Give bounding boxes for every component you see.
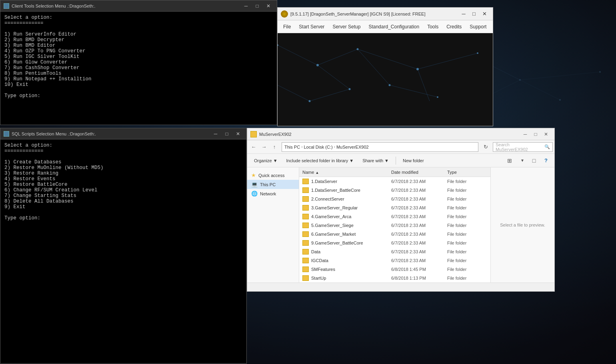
svg-point-33: [316, 64, 319, 66]
col-header-type[interactable]: Type: [447, 170, 487, 175]
new-folder-button[interactable]: New folder: [399, 157, 428, 165]
cmd-bottom-maximize[interactable]: □: [222, 130, 232, 138]
file-row[interactable]: Data6/7/2018 2:33 AMFile folder: [299, 247, 490, 256]
cmd-top-maximize[interactable]: □: [252, 2, 262, 10]
search-box[interactable]: Search MuServerEX902 🔍: [493, 142, 553, 152]
nav-forward[interactable]: →: [259, 142, 269, 152]
svg-point-15: [559, 99, 561, 101]
folder-icon: [302, 223, 309, 228]
file-type: File folder: [447, 179, 487, 184]
file-row[interactable]: 4.GameServer_Arca6/7/2018 2:33 AMFile fo…: [299, 212, 490, 221]
cmd-top-window: Client Tools Selection Menu .:DragonSeth…: [0, 0, 277, 125]
folder-icon: [302, 205, 309, 211]
sm-minimize[interactable]: ─: [458, 10, 469, 18]
svg-point-39: [437, 96, 438, 98]
file-type: File folder: [447, 249, 487, 254]
fe-title: MuServerEX902: [259, 132, 520, 137]
organize-button[interactable]: Organize ▼: [250, 157, 281, 165]
folder-icon: [302, 267, 309, 272]
preview-toggle-button[interactable]: □: [529, 155, 539, 166]
file-row[interactable]: 1.DataServer_BattleCore6/7/2018 2:33 AMF…: [299, 186, 490, 195]
col-header-name[interactable]: Name ▲: [302, 170, 391, 175]
fe-preview-pane: Select a file to preview.: [490, 167, 554, 282]
folder-icon: [302, 214, 309, 219]
file-date: 6/7/2018 2:33 AM: [391, 197, 447, 201]
cmd-top-close[interactable]: ✕: [263, 2, 274, 10]
file-type: File folder: [447, 223, 487, 228]
svg-point-34: [357, 48, 359, 50]
cmd-bottom-minimize[interactable]: ─: [210, 130, 221, 138]
organize-label: Organize: [254, 158, 272, 163]
fe-titlebar: MuServerEX902 ─ □ ✕: [247, 128, 554, 140]
view-options-button[interactable]: ⊞: [503, 155, 516, 166]
file-row[interactable]: 5.GameServer_Siege6/7/2018 2:33 AMFile f…: [299, 221, 490, 230]
sm-maximize[interactable]: □: [469, 10, 479, 18]
cmd-top-titlebar: Client Tools Selection Menu .:DragonSeth…: [0, 0, 277, 12]
server-manager-controls: ─ □ ✕: [458, 10, 490, 18]
menu-support[interactable]: Support: [466, 20, 490, 33]
sm-close[interactable]: ✕: [479, 10, 490, 18]
nav-up[interactable]: ↑: [270, 142, 279, 152]
folder-icon: [302, 196, 309, 202]
svg-rect-21: [278, 33, 493, 126]
fe-maximize[interactable]: □: [530, 130, 541, 139]
file-rows-container: 1.DataServer6/7/2018 2:33 AMFile folder1…: [299, 177, 490, 282]
fe-controls: ─ □ ✕: [520, 130, 551, 139]
include-library-button[interactable]: Include selected folder in library ▼: [283, 157, 358, 165]
cmd-bottom-controls: ─ □ ✕: [210, 130, 243, 138]
view-toggle-button[interactable]: ▼: [518, 155, 527, 166]
file-type: File folder: [447, 197, 487, 201]
fe-close[interactable]: ✕: [541, 130, 551, 139]
share-with-button[interactable]: Share with ▼: [359, 157, 392, 165]
file-name: SMFeatures: [311, 267, 391, 272]
file-date: 6/7/2018 2:33 AM: [391, 223, 447, 228]
file-type: File folder: [447, 241, 487, 245]
menu-file[interactable]: File: [279, 20, 295, 33]
file-name: IGCData: [311, 258, 391, 263]
cmd-bottom-icon: [4, 131, 9, 137]
file-row[interactable]: SMFeatures6/8/2018 1:45 PMFile folder: [299, 265, 490, 274]
cmd-top-minimize[interactable]: ─: [241, 2, 251, 10]
sidebar-item-thispc[interactable]: 💻 This PC: [247, 180, 299, 189]
sidebar-item-quickaccess[interactable]: ★ Quick access: [247, 171, 299, 180]
menu-tools[interactable]: Tools: [423, 20, 442, 33]
col-header-date[interactable]: Date modified: [391, 170, 447, 175]
sidebar-item-network[interactable]: 🌐 Network: [247, 189, 299, 198]
menu-start-server[interactable]: Start Server: [295, 20, 328, 33]
file-type: File folder: [447, 258, 487, 263]
server-manager-menu: File Start Server Server Setup Standard_…: [278, 20, 493, 33]
file-row[interactable]: 6.GameServer_Market6/7/2018 2:33 AMFile …: [299, 230, 490, 239]
file-name: 1.DataServer_BattleCore: [311, 188, 391, 193]
cmd-top-text: Select a option: ============= 1) Run Se…: [0, 12, 277, 125]
cmd-top-content: Select a option: ============= 1) Run Se…: [0, 12, 277, 125]
cmd-top-icon: [4, 3, 9, 9]
server-manager-titlebar: [9.5.1.17] [DragonSeth_ServerManager] [I…: [278, 8, 493, 20]
menu-server-setup[interactable]: Server Setup: [328, 20, 364, 33]
cmd-top-title: Client Tools Selection Menu .:DragonSeth…: [12, 4, 241, 8]
nav-back[interactable]: ←: [249, 142, 258, 152]
cmd-bottom-close[interactable]: ✕: [233, 130, 243, 138]
address-bar[interactable]: This PC › Local Disk (C:) › MuServerEX90…: [282, 142, 478, 152]
file-row[interactable]: 9.GameServer_BattleCore6/7/2018 2:33 AMF…: [299, 239, 490, 247]
nav-refresh[interactable]: ↻: [481, 142, 490, 152]
new-folder-label: New folder: [403, 158, 424, 163]
search-placeholder: Search MuServerEX902: [496, 142, 543, 152]
help-button[interactable]: ?: [541, 155, 551, 166]
file-row[interactable]: 3.GameServer_Regular6/7/2018 2:33 AMFile…: [299, 203, 490, 212]
file-name: 9.GameServer_BattleCore: [311, 241, 391, 245]
fe-minimize[interactable]: ─: [520, 130, 530, 139]
svg-point-19: [599, 71, 601, 73]
folder-icon: [302, 240, 309, 246]
menu-standard-config[interactable]: Standard_Configuration: [364, 20, 423, 33]
file-date: 6/7/2018 2:33 AM: [391, 188, 447, 193]
file-row[interactable]: StartUp6/8/2018 1:13 PMFile folder: [299, 274, 490, 282]
file-row[interactable]: 2.ConnectServer6/7/2018 2:33 AMFile fold…: [299, 195, 490, 203]
cmd-bottom-text: Select a option: ============= 1) Create…: [0, 139, 246, 363]
file-row[interactable]: 1.DataServer6/7/2018 2:33 AMFile folder: [299, 177, 490, 186]
organize-arrow: ▼: [273, 158, 278, 163]
file-row[interactable]: IGCData6/7/2018 2:33 AMFile folder: [299, 256, 490, 265]
cmd-top-controls: ─ □ ✕: [241, 2, 274, 10]
menu-credits[interactable]: Credits: [442, 20, 466, 33]
cmd-bottom-content: Select a option: ============= 1) Create…: [0, 139, 246, 363]
sidebar-label-quickaccess: Quick access: [258, 173, 284, 178]
